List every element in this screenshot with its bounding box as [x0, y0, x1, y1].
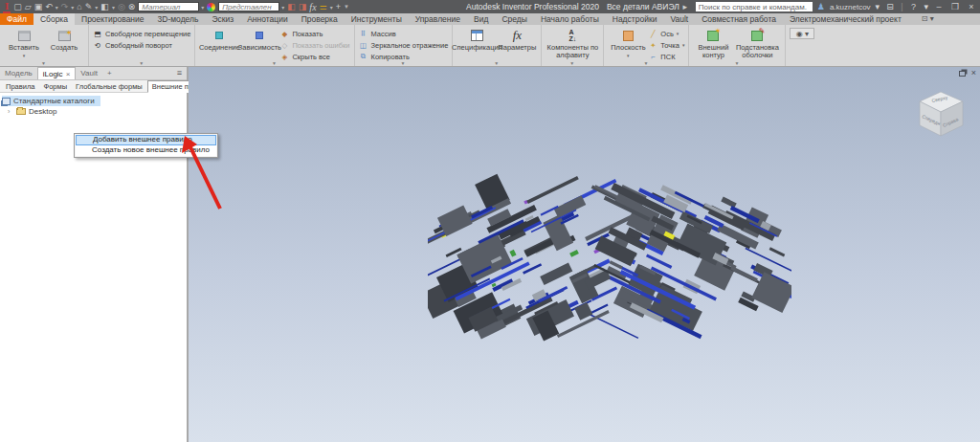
bom-button[interactable]: Спецификация	[457, 27, 497, 52]
help-dropdown[interactable]: ▾	[924, 2, 928, 11]
tree-row-standard-catalogs[interactable]: Стандартные каталоги	[2, 96, 100, 106]
adjust-material-icon[interactable]: ◧	[287, 0, 296, 13]
undo-dropdown[interactable]: ▾	[56, 4, 58, 11]
redo-dropdown[interactable]: ▾	[71, 4, 74, 11]
sketch-dropdown[interactable]: ▾	[95, 4, 98, 11]
axis-dropdown-caret[interactable]: ▾	[677, 31, 679, 36]
doc-restore-icon[interactable]	[959, 71, 966, 77]
browser-tab-add[interactable]: +	[102, 67, 117, 79]
graphics-viewport[interactable]: × Сверху Спереди Справа	[189, 67, 980, 442]
save-button[interactable]: ▣	[34, 0, 43, 13]
store-icon[interactable]: ⊟	[884, 2, 896, 11]
tab-inspect[interactable]: Проверка	[295, 13, 345, 25]
redo-button[interactable]: ↷	[61, 0, 69, 13]
menu-item-create-external-rule[interactable]: Создать новое внешнее правило	[76, 145, 216, 156]
minimize-button[interactable]: –	[933, 2, 945, 11]
close-button[interactable]: ×	[966, 2, 977, 11]
open-file-button[interactable]: ▱	[25, 0, 32, 13]
return-button[interactable]: ⊗	[128, 0, 136, 13]
joint-button[interactable]: Соединение	[199, 27, 239, 52]
tab-environments[interactable]: Среды	[495, 13, 533, 25]
browser-tab-vault[interactable]: Vault	[76, 67, 102, 79]
lock-dropdown[interactable]: ▾	[112, 4, 115, 11]
close-ilogic-tab-icon[interactable]: ×	[66, 70, 71, 78]
ucs-button[interactable]: ⌐ ПСК	[648, 52, 684, 61]
sketch-button[interactable]: ✎	[85, 0, 93, 13]
appearance-combo-arrow[interactable]: ▾	[281, 4, 284, 11]
tab-get-started[interactable]: Начало работы	[534, 13, 606, 25]
browser-menu-icon[interactable]: ≡	[172, 67, 187, 79]
browser-tab-ilogic[interactable]: iLogic×	[37, 67, 77, 79]
doc-close-icon[interactable]: ×	[971, 69, 976, 77]
insert-button[interactable]: Вставить ▾	[4, 27, 44, 58]
browser-tab-model[interactable]: Модель	[0, 67, 37, 79]
panel-title-caret[interactable]: ▼	[41, 60, 46, 66]
adjust-appearance-icon[interactable]: ◨	[299, 0, 307, 13]
material-combo[interactable]: Материал	[138, 2, 199, 11]
parameters-button[interactable]: fx Параметры	[497, 27, 537, 52]
help-search-input[interactable]	[696, 2, 813, 11]
signed-in-user[interactable]: a.kuznetcov	[830, 3, 871, 11]
parameters-qat-button[interactable]: fx	[309, 2, 316, 12]
hide-all-button[interactable]: ◈ Скрыть все	[279, 52, 349, 61]
tab-add-ins[interactable]: Надстройки	[606, 13, 664, 25]
constrain-button[interactable]: Зависимость	[239, 27, 279, 52]
lock-button[interactable]: ◧	[100, 0, 109, 13]
point-dropdown-caret[interactable]: ▾	[682, 42, 685, 48]
ribbon-appearance-button[interactable]: ⊡ ▾	[922, 13, 934, 25]
point-button[interactable]: ✦ Точка ▾	[648, 40, 684, 50]
panel-title-caret[interactable]: ▼	[569, 60, 574, 66]
new-file-button[interactable]: ▢	[13, 0, 22, 13]
appearance-combo[interactable]: Представлен	[218, 2, 279, 11]
panel-title-caret[interactable]: ▼	[643, 60, 648, 66]
axis-button[interactable]: ╱ Ось ▾	[648, 29, 684, 38]
qat-add-button[interactable]: +	[336, 0, 341, 13]
free-rotate-button[interactable]: ⟲ Свободный поворот	[93, 40, 190, 50]
subtab-forms[interactable]: Формы	[39, 81, 71, 92]
shell-substitute-button[interactable]: ✎ Подстановка оболочки	[733, 27, 781, 60]
user-dropdown[interactable]: ▾	[876, 2, 880, 11]
panel-title-caret[interactable]: ▼	[139, 60, 144, 66]
tree-row-desktop[interactable]: › Desktop	[2, 106, 185, 117]
tab-view[interactable]: Вид	[467, 13, 495, 25]
panel-title-caret[interactable]: ▼	[494, 60, 499, 66]
tab-collaborate[interactable]: Совместная работа	[695, 13, 783, 25]
bulb-button[interactable]: ◎	[118, 0, 125, 13]
color-wheel-icon[interactable]	[207, 3, 215, 11]
create-button[interactable]: ✶ Создать	[44, 27, 84, 52]
tab-manage[interactable]: Управление	[409, 13, 467, 25]
alpha-sort-button[interactable]: AZ↓ Компоненты по алфавиту	[546, 27, 599, 60]
tab-assembly[interactable]: Сборка	[33, 13, 75, 25]
panel-title-caret[interactable]: ▼	[400, 60, 405, 66]
tab-3d-model[interactable]: 3D-модель	[151, 13, 206, 25]
tab-annotate[interactable]: Аннотации	[240, 13, 295, 25]
search-collapse-arrow[interactable]: ▸	[679, 2, 691, 11]
panel-title-caret[interactable]: ▼	[734, 60, 739, 66]
ribbon-display-toggle[interactable]: ◉ ▾	[790, 28, 814, 39]
subtab-global-forms[interactable]: Глобальные формы	[72, 81, 146, 92]
pattern-button[interactable]: ⠿ Массив	[359, 29, 449, 38]
show-errors-button[interactable]: ◇ Показать ошибки	[279, 40, 349, 50]
measure-dropdown[interactable]: ▾	[330, 4, 333, 11]
subtab-rules[interactable]: Правила	[2, 81, 38, 92]
tab-file[interactable]: Файл	[0, 13, 33, 25]
tab-electromechanical[interactable]: Электромеханический проект	[783, 13, 908, 25]
home-button[interactable]: ⌂	[77, 0, 81, 13]
plane-button[interactable]: Плоскость ▾	[608, 27, 648, 58]
undo-button[interactable]: ↶	[45, 0, 53, 13]
free-move-button[interactable]: ⬒ Свободное перемещение	[93, 29, 190, 38]
panel-title-caret[interactable]: ▼	[272, 60, 277, 66]
view-cube[interactable]: Сверху Спереди Справа	[913, 86, 970, 145]
tab-design[interactable]: Проектирование	[75, 13, 151, 25]
menu-item-add-external-rule[interactable]: Добавить внешнее правило	[76, 135, 216, 145]
shrinkwrap-button[interactable]: ✶ Внешний контур	[693, 27, 733, 60]
tab-sketch[interactable]: Эскиз	[205, 13, 240, 25]
measure-button[interactable]: ⚌	[320, 0, 327, 13]
restore-button[interactable]: ❐	[949, 2, 961, 11]
show-button[interactable]: ◆ Показать	[279, 29, 349, 38]
mirror-button[interactable]: ◫ Зеркальное отражение	[359, 40, 449, 50]
qat-customize-dropdown[interactable]: ▼	[344, 4, 349, 10]
assembly-3d-model[interactable]	[428, 151, 791, 381]
tab-tools[interactable]: Инструменты	[345, 13, 409, 25]
help-button[interactable]: ?	[907, 2, 919, 11]
